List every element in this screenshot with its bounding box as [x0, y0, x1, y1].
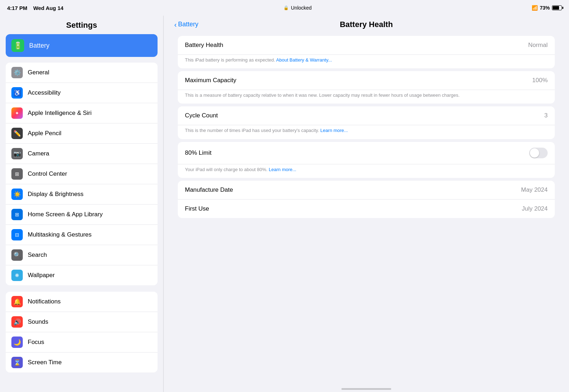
status-time: 4:17 PM Wed Aug 14	[7, 5, 63, 11]
limit-card: 80% Limit Your iPad will only charge to …	[178, 142, 555, 178]
settings-group-1: ⚙️ General ♿ Accessibility ✦ Apple Intel…	[6, 63, 158, 285]
right-panel-title: Battery Health	[340, 20, 393, 29]
sidebar-item-control-center[interactable]: ⊞ Control Center	[6, 164, 158, 184]
back-label: Battery	[178, 21, 198, 28]
apple-pencil-icon: ✏️	[11, 128, 23, 139]
manufacture-card: Manufacture Date May 2024 First Use July…	[178, 181, 555, 218]
status-right: 📶 73%	[532, 5, 562, 11]
notifications-label: Notifications	[28, 298, 61, 305]
first-use-label: First Use	[185, 205, 209, 212]
display-icon: ☀️	[11, 189, 23, 200]
home-indicator	[164, 385, 569, 392]
sidebar-item-screen-time[interactable]: ⌛ Screen Time	[6, 353, 158, 372]
right-panel: ‹ Battery Battery Health Battery Health …	[164, 16, 569, 392]
right-content: Battery Health Normal This iPad battery …	[164, 32, 569, 385]
cycle-count-value: 3	[544, 112, 548, 119]
wifi-icon: 📶	[532, 5, 538, 11]
sidebar-item-multitasking[interactable]: ⊟ Multitasking & Gestures	[6, 225, 158, 245]
cycle-count-row: Cycle Count 3	[178, 106, 555, 125]
battery-active-label: Battery	[29, 42, 49, 49]
control-center-icon: ⊞	[11, 168, 23, 180]
sidebar-scroll: ⚙️ General ♿ Accessibility ✦ Apple Intel…	[0, 63, 163, 392]
chevron-left-icon: ‹	[174, 21, 177, 28]
search-label: Search	[28, 251, 47, 259]
sidebar-item-notifications[interactable]: 🔔 Notifications	[6, 292, 158, 312]
right-header: ‹ Battery Battery Health	[164, 16, 569, 32]
max-capacity-card: Maximum Capacity 100% This is a measure …	[178, 71, 555, 104]
manufacture-date-label: Manufacture Date	[185, 186, 233, 194]
sidebar-item-battery-active[interactable]: 🔋 Battery	[6, 34, 158, 57]
battery-indicator	[552, 5, 562, 10]
max-capacity-description: This is a measure of battery capacity re…	[178, 90, 555, 104]
general-label: General	[28, 69, 49, 76]
status-bar: 4:17 PM Wed Aug 14 🔒 Unlocked 📶 73%	[0, 0, 569, 16]
max-capacity-label: Maximum Capacity	[185, 77, 236, 84]
first-use-row: First Use July 2024	[178, 200, 555, 218]
multitasking-label: Multitasking & Gestures	[28, 231, 92, 238]
apple-intelligence-label: Apple Intelligence & Siri	[28, 110, 92, 117]
sidebar-item-apple-pencil[interactable]: ✏️ Apple Pencil	[6, 123, 158, 144]
status-center: 🔒 Unlocked	[283, 5, 312, 11]
first-use-value: July 2024	[522, 205, 548, 212]
sidebar-item-display[interactable]: ☀️ Display & Brightness	[6, 184, 158, 205]
max-capacity-value: 100%	[532, 77, 548, 84]
sidebar-item-search[interactable]: 🔍 Search	[6, 245, 158, 265]
focus-label: Focus	[28, 339, 44, 346]
wallpaper-label: Wallpaper	[28, 272, 55, 279]
apple-pencil-label: Apple Pencil	[28, 130, 62, 137]
settings-group-2: 🔔 Notifications 🔊 Sounds 🌙 Focus ⌛ Scree…	[6, 292, 158, 372]
battery-health-value: Normal	[528, 42, 548, 49]
accessibility-icon: ♿	[11, 87, 23, 99]
control-center-label: Control Center	[28, 170, 67, 178]
screen-time-icon: ⌛	[11, 357, 23, 368]
limit-label: 80% Limit	[185, 149, 212, 157]
battery-health-row: Battery Health Normal	[178, 36, 555, 55]
battery-fill	[553, 6, 559, 10]
wallpaper-icon: ❋	[11, 270, 23, 281]
sidebar-item-home-screen[interactable]: ⊞ Home Screen & App Library	[6, 205, 158, 225]
multitasking-icon: ⊟	[11, 229, 23, 240]
sidebar: Settings 🔋 Battery ⚙️ General ♿ Accessib…	[0, 16, 164, 392]
battery-outer	[552, 5, 562, 10]
screen-time-label: Screen Time	[28, 359, 62, 366]
apple-intelligence-icon: ✦	[11, 107, 23, 119]
cycle-count-card: Cycle Count 3 This is the number of time…	[178, 106, 555, 139]
date-display: Wed Aug 14	[33, 5, 63, 11]
battery-active-icon: 🔋	[11, 39, 24, 52]
back-button[interactable]: ‹ Battery	[174, 21, 198, 28]
cycle-count-label: Cycle Count	[185, 112, 218, 119]
camera-icon: 📷	[11, 148, 23, 159]
sidebar-item-accessibility[interactable]: ♿ Accessibility	[6, 83, 158, 103]
main-layout: Settings 🔋 Battery ⚙️ General ♿ Accessib…	[0, 16, 569, 392]
cycle-learn-more-link[interactable]: Learn more...	[320, 128, 348, 133]
max-capacity-row: Maximum Capacity 100%	[178, 71, 555, 90]
manufacture-date-row: Manufacture Date May 2024	[178, 181, 555, 200]
cycle-count-description: This is the number of times iPad has use…	[178, 125, 555, 139]
sidebar-item-general[interactable]: ⚙️ General	[6, 63, 158, 83]
about-battery-link[interactable]: About Battery & Warranty...	[276, 57, 332, 63]
limit-learn-more-link[interactable]: Learn more...	[269, 167, 296, 172]
sidebar-item-wallpaper[interactable]: ❋ Wallpaper	[6, 265, 158, 285]
battery-percent: 73%	[540, 5, 550, 11]
sounds-icon: 🔊	[11, 316, 23, 328]
accessibility-label: Accessibility	[28, 89, 61, 96]
sidebar-item-camera[interactable]: 📷 Camera	[6, 144, 158, 164]
sidebar-title: Settings	[0, 16, 163, 34]
display-label: Display & Brightness	[28, 191, 84, 198]
notifications-icon: 🔔	[11, 296, 23, 307]
general-icon: ⚙️	[11, 67, 23, 78]
focus-icon: 🌙	[11, 337, 23, 348]
toggle-knob	[530, 148, 539, 158]
home-screen-label: Home Screen & App Library	[28, 211, 103, 218]
camera-label: Camera	[28, 150, 49, 157]
search-icon: 🔍	[11, 249, 23, 261]
lock-icon: 🔒	[283, 5, 289, 10]
lock-label: Unlocked	[291, 5, 312, 11]
sidebar-item-focus[interactable]: 🌙 Focus	[6, 332, 158, 353]
limit-toggle[interactable]	[529, 148, 548, 158]
sidebar-item-sounds[interactable]: 🔊 Sounds	[6, 312, 158, 332]
limit-description: Your iPad will only charge to about 80%.…	[178, 164, 555, 178]
sidebar-item-apple-intelligence[interactable]: ✦ Apple Intelligence & Siri	[6, 103, 158, 123]
home-bar	[341, 388, 391, 390]
battery-health-label: Battery Health	[185, 42, 223, 49]
